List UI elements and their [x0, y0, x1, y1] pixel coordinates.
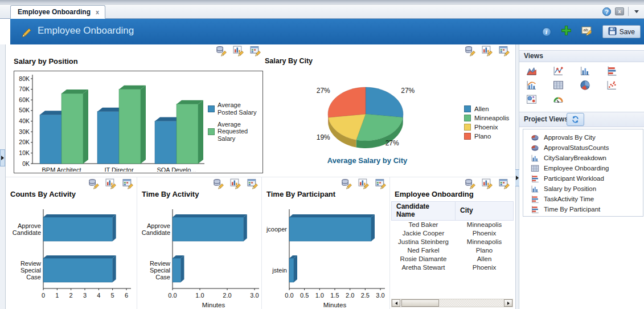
svg-text:2: 2 [69, 292, 73, 299]
data-source-edit-icon[interactable] [465, 46, 475, 56]
view-type-edit-icon[interactable] [358, 178, 369, 189]
column-header[interactable]: Candidate Name [392, 202, 456, 221]
scroll-right-icon[interactable] [504, 299, 512, 307]
svg-text:Special: Special [20, 267, 41, 274]
vbar-view-icon [531, 185, 539, 193]
project-view-item[interactable]: Time By Participant [523, 204, 643, 214]
panel-toolbar [465, 178, 510, 189]
table-row[interactable]: Ned FarkelPlano [392, 246, 514, 254]
table-row[interactable]: Jackie CooperPhoenix [392, 229, 514, 237]
svg-text:20K: 20K [19, 139, 30, 145]
svg-text:0.0: 0.0 [168, 292, 177, 299]
line-chart-icon[interactable] [553, 66, 564, 76]
save-button[interactable]: Save [602, 25, 641, 38]
project-view-item[interactable]: Participant Workload [523, 173, 643, 184]
area-chart-icon[interactable] [526, 66, 537, 76]
svg-text:Candidate: Candidate [142, 229, 170, 236]
data-source-edit-icon[interactable] [465, 178, 475, 189]
pie-view-icon [531, 144, 539, 152]
left-collapse-button[interactable] [0, 149, 5, 166]
table-cell: Minneapolis [456, 237, 514, 246]
horizontal-scrollbar[interactable] [391, 299, 513, 307]
table-cell: Ned Farkel [392, 246, 456, 254]
edit-pencil-icon[interactable] [20, 25, 34, 40]
view-type-edit-icon[interactable] [230, 178, 241, 189]
tab-close-icon[interactable]: x [96, 9, 99, 15]
scrollbar-thumb[interactable] [401, 299, 439, 307]
info-icon[interactable]: i [542, 27, 551, 36]
table-row[interactable]: Rosie DiamanteAllen [392, 254, 514, 263]
legend-item: Allen [464, 105, 509, 112]
panel-toolbar [88, 178, 133, 189]
hbar-chart-icon[interactable] [606, 66, 617, 76]
table-row[interactable]: Ted BakerMinneapolis [392, 220, 514, 229]
panel-title: Employee Onboarding [395, 190, 474, 198]
table-row[interactable]: Justina SteinbergMinneapolis [392, 237, 514, 246]
toolbar-separator [628, 7, 629, 16]
rename-icon[interactable]: ab [581, 25, 593, 38]
project-view-item[interactable]: CitySalaryBreakdown [523, 153, 643, 163]
bubble-chart-icon[interactable] [526, 94, 537, 105]
table-cell: Ted Baker [392, 220, 456, 229]
legend-item: Phoenix [464, 124, 509, 131]
window-chrome-strip [0, 0, 644, 5]
svg-text:27%: 27% [385, 139, 399, 147]
view-type-grid [526, 66, 633, 105]
view-type-edit-icon[interactable] [105, 178, 116, 189]
data-source-edit-icon[interactable] [88, 178, 99, 189]
bar-chart-icon[interactable] [580, 66, 590, 76]
left-splitter[interactable] [0, 44, 6, 309]
project-view-item[interactable]: Approvals By City [523, 132, 643, 143]
project-view-item[interactable]: Employee Onboarding [523, 163, 643, 173]
data-source-edit-icon[interactable] [213, 178, 224, 189]
svg-text:1: 1 [55, 292, 59, 299]
svg-text:Case: Case [26, 274, 41, 280]
svg-text:3.0: 3.0 [250, 292, 259, 299]
view-type-edit-icon[interactable] [233, 46, 244, 56]
refresh-button[interactable] [567, 113, 584, 126]
view-type-edit-icon[interactable] [482, 178, 493, 189]
properties-edit-icon[interactable] [247, 178, 258, 189]
svg-text:40K: 40K [19, 117, 30, 124]
table-row[interactable]: Aretha StewartPhoenix [392, 263, 514, 271]
gauge-icon[interactable] [553, 94, 564, 105]
column-header[interactable]: City [456, 202, 514, 221]
tab-employee-onboarding[interactable]: Employee Onboarding x [10, 5, 105, 19]
window-close-icon[interactable]: x [615, 7, 624, 15]
scatter-chart-icon[interactable] [606, 80, 617, 91]
project-view-item[interactable]: ApprovalStatusCounts [523, 143, 643, 153]
svg-text:0.5: 0.5 [300, 292, 309, 299]
table-cell: Allen [456, 254, 514, 263]
pie-view-icon [531, 133, 539, 142]
project-view-label: Approvals By City [544, 134, 596, 141]
panel-toolbar [465, 46, 510, 56]
properties-edit-icon[interactable] [250, 46, 261, 56]
scroll-left-icon[interactable] [392, 299, 400, 307]
svg-text:Approve: Approve [18, 222, 41, 229]
pie-chart-icon[interactable] [580, 80, 590, 91]
table-cell: Aretha Stewart [392, 263, 456, 271]
svg-text:10K: 10K [19, 149, 30, 156]
hbar-chart-plot: 0.00.51.01.52.02.53.0Minutesjcooperjstei… [262, 200, 390, 309]
combo-chart-icon[interactable] [526, 80, 537, 91]
panel-time-by-activity: Time By Activity 0.01.02.03.0MinutesAppr… [137, 177, 261, 309]
properties-edit-icon[interactable] [499, 46, 510, 56]
panel-salary-by-position: Salary by Position 0K10K20K30K40K50K60K7… [8, 44, 264, 177]
data-source-edit-icon[interactable] [341, 178, 352, 189]
view-type-edit-icon[interactable] [482, 46, 493, 56]
right-splitter[interactable] [515, 44, 519, 309]
pie-subtitle: Average Salary by City [296, 156, 438, 165]
chevron-down-icon[interactable] [634, 10, 639, 13]
data-source-edit-icon[interactable] [216, 46, 227, 56]
legend-item: Minneapolis [464, 115, 509, 121]
properties-edit-icon[interactable] [499, 178, 510, 189]
dashboard-area: Salary by Position 0K10K20K30K40K50K60K7… [6, 44, 515, 309]
add-view-icon[interactable] [561, 25, 572, 38]
project-view-item[interactable]: Salary by Position [523, 184, 643, 194]
properties-edit-icon[interactable] [375, 178, 386, 189]
project-view-item[interactable]: TaskActivity Time [523, 194, 643, 204]
properties-edit-icon[interactable] [122, 178, 133, 189]
help-icon[interactable]: ? [602, 7, 611, 16]
svg-text:BPM Architect: BPM Architect [42, 166, 81, 172]
table-view-icon[interactable] [553, 80, 564, 91]
